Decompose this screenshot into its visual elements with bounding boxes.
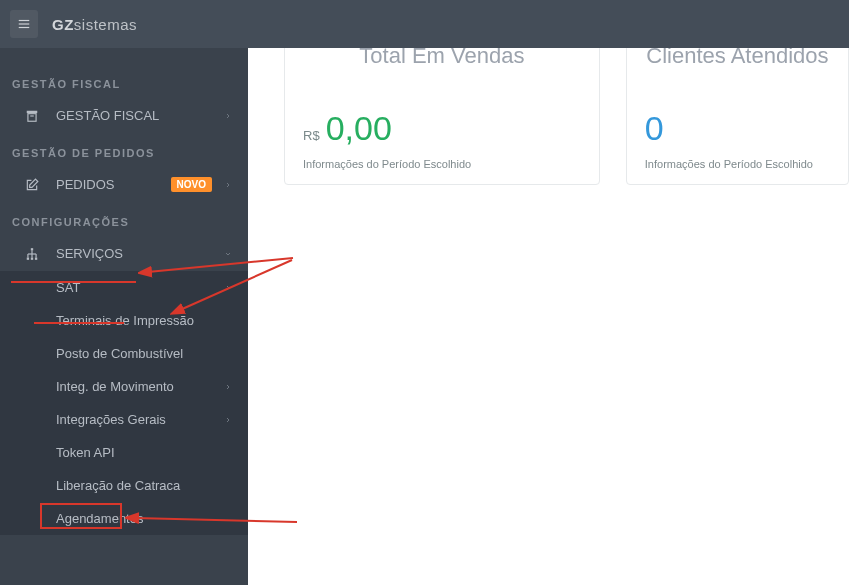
card-title: Total Em Vendas bbox=[303, 48, 581, 69]
sidebar-item-label: SERVIÇOS bbox=[56, 246, 224, 261]
sidebar-item-pedidos[interactable]: PEDIDOS NOVO bbox=[0, 167, 248, 202]
annotation-underline bbox=[34, 322, 124, 324]
topbar: GZsistemas bbox=[0, 0, 849, 48]
sidebar-item-label: PEDIDOS bbox=[56, 177, 171, 192]
submenu-servicos: SAT Terminais de Impressão Posto de Comb… bbox=[0, 271, 248, 535]
brand-light: sistemas bbox=[74, 16, 137, 33]
card-value-row: 0 bbox=[645, 109, 830, 148]
novo-badge: NOVO bbox=[171, 177, 212, 192]
cards-row: Total Em Vendas R$ 0,00 Informações do P… bbox=[272, 48, 849, 185]
chevron-down-icon bbox=[224, 246, 232, 261]
submenu-item-label: Liberação de Catraca bbox=[56, 478, 232, 493]
chevron-right-icon bbox=[224, 280, 232, 295]
sidebar-item-label: GESTÃO FISCAL bbox=[56, 108, 224, 123]
submenu-item-label: Integrações Gerais bbox=[56, 412, 224, 427]
submenu-item-integ-movimento[interactable]: Integ. de Movimento bbox=[0, 370, 248, 403]
card-value: 0,00 bbox=[326, 109, 392, 148]
section-header-configuracoes: CONFIGURAÇÕES bbox=[0, 202, 248, 236]
archive-icon bbox=[24, 109, 40, 123]
card-subtext: Informações do Período Escolhido bbox=[303, 158, 581, 170]
card-currency: R$ bbox=[303, 128, 320, 143]
svg-rect-7 bbox=[27, 257, 29, 259]
svg-rect-9 bbox=[35, 257, 37, 259]
brand-logo: GZsistemas bbox=[52, 16, 137, 33]
card-title: Clientes Atendidos bbox=[645, 48, 830, 69]
submenu-item-integ-gerais[interactable]: Integrações Gerais bbox=[0, 403, 248, 436]
sitemap-icon bbox=[24, 247, 40, 261]
annotation-underline bbox=[11, 281, 136, 283]
svg-rect-4 bbox=[28, 113, 36, 121]
chevron-right-icon bbox=[224, 379, 232, 394]
svg-rect-6 bbox=[31, 248, 33, 250]
card-clientes-atendidos: Clientes Atendidos 0 Informações do Perí… bbox=[626, 48, 849, 185]
submenu-item-posto[interactable]: Posto de Combustível bbox=[0, 337, 248, 370]
sidebar: GESTÃO FISCAL GESTÃO FISCAL GESTÃO DE PE… bbox=[0, 48, 248, 585]
submenu-item-liberacao-catraca[interactable]: Liberação de Catraca bbox=[0, 469, 248, 502]
chevron-right-icon bbox=[224, 412, 232, 427]
section-header-fiscal: GESTÃO FISCAL bbox=[0, 48, 248, 98]
edit-icon bbox=[24, 178, 40, 192]
sidebar-item-gestao-fiscal[interactable]: GESTÃO FISCAL bbox=[0, 98, 248, 133]
card-value: 0 bbox=[645, 109, 664, 148]
main-content: Total Em Vendas R$ 0,00 Informações do P… bbox=[248, 48, 849, 585]
sidebar-item-servicos[interactable]: SERVIÇOS bbox=[0, 236, 248, 271]
submenu-item-token-api[interactable]: Token API bbox=[0, 436, 248, 469]
card-subtext: Informações do Período Escolhido bbox=[645, 158, 830, 170]
svg-rect-8 bbox=[31, 257, 33, 259]
brand-bold: GZ bbox=[52, 16, 74, 33]
submenu-item-label: Terminais de Impressão bbox=[56, 313, 232, 328]
card-value-row: R$ 0,00 bbox=[303, 109, 581, 148]
svg-rect-3 bbox=[27, 110, 38, 112]
card-total-vendas: Total Em Vendas R$ 0,00 Informações do P… bbox=[284, 48, 600, 185]
submenu-item-label: Integ. de Movimento bbox=[56, 379, 224, 394]
chevron-right-icon bbox=[224, 177, 232, 192]
submenu-item-sat[interactable]: SAT bbox=[0, 271, 248, 304]
chevron-right-icon bbox=[224, 108, 232, 123]
annotation-box bbox=[40, 503, 122, 529]
submenu-item-terminais[interactable]: Terminais de Impressão bbox=[0, 304, 248, 337]
submenu-item-label: Posto de Combustível bbox=[56, 346, 232, 361]
submenu-item-agendamentos[interactable]: Agendamentos bbox=[0, 502, 248, 535]
submenu-item-label: Token API bbox=[56, 445, 232, 460]
section-header-pedidos: GESTÃO DE PEDIDOS bbox=[0, 133, 248, 167]
hamburger-icon bbox=[17, 17, 31, 31]
hamburger-menu-button[interactable] bbox=[10, 10, 38, 38]
